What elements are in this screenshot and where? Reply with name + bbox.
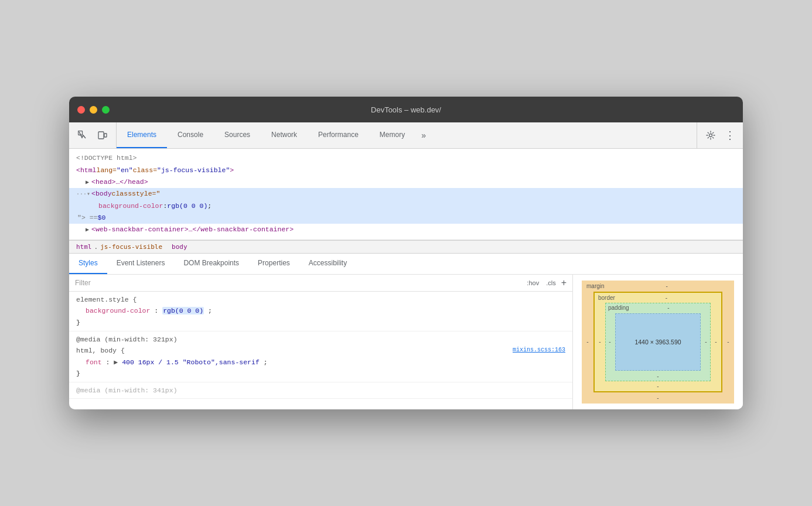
media-rule: @media (min-width: 321px) html, body { m… [69, 331, 572, 382]
svg-rect-2 [104, 134, 107, 137]
filter-buttons: :hov .cls + [525, 278, 567, 288]
toolbar-icons [69, 122, 117, 148]
tab-properties[interactable]: Properties [248, 254, 299, 274]
element-style-close: } [76, 317, 565, 329]
media-rule-close: } [76, 368, 565, 380]
svg-point-3 [709, 134, 712, 137]
border-bottom-row: - [595, 381, 721, 391]
dom-line-html: <html lang= "en" class= "js-focus-visibl… [69, 165, 743, 176]
maximize-button[interactable] [102, 106, 110, 114]
margin-bottom: - [657, 395, 659, 401]
margin-label: margin [586, 283, 605, 289]
content-size: 1440 × 3963.590 [634, 339, 681, 346]
dom-line-body-close: "> == $0 [69, 212, 743, 224]
dom-line-body-style: background-color : rgb(0 0 0) ; [69, 200, 743, 212]
title-bar: DevTools – web.dev/ [69, 97, 743, 122]
element-style-rule: element.style { background-color : rgb(0… [69, 292, 572, 331]
more-tabs-button[interactable]: » [415, 122, 432, 148]
padding-top-dash: - [667, 305, 669, 311]
padding-right: - [702, 312, 710, 372]
html-body-selector-line: html, body { mixins.scss:163 [76, 345, 565, 357]
main-tabs: Elements Console Sources Network Perform… [117, 122, 697, 148]
padding-middle: - 1440 × 3963.590 - [606, 312, 710, 372]
dom-line-snackbar: ▶ <web-snackbar-container>…</web-snackba… [69, 224, 743, 235]
content-box: 1440 × 3963.590 [615, 313, 701, 371]
border-label: border [598, 295, 615, 301]
tab-elements[interactable]: Elements [117, 122, 167, 148]
padding-left: - [606, 312, 614, 372]
margin-middle: - border - - [582, 292, 734, 392]
tab-bar-right-icons: ⋮ [697, 122, 743, 148]
tab-performance[interactable]: Performance [308, 122, 369, 148]
css-property-background-color: background-color : rgb(0 0 0) ; [86, 305, 565, 317]
styles-area: :hov .cls + element.style { background-c… [69, 275, 743, 409]
margin-left: - [582, 292, 593, 392]
filter-bar: :hov .cls + [69, 275, 572, 292]
add-style-rule-button[interactable]: + [561, 278, 567, 288]
dom-panel: <!DOCTYPE html> <html lang= "en" class= … [69, 149, 743, 240]
border-box: border - - padding [593, 292, 722, 392]
devtools-body: Elements Console Sources Network Perform… [69, 122, 743, 409]
tab-accessibility[interactable]: Accessibility [299, 254, 356, 274]
close-button[interactable] [77, 106, 85, 114]
box-model-panel: margin - - border - [573, 275, 743, 409]
styles-panel: :hov .cls + element.style { background-c… [69, 275, 573, 409]
dom-line-doctype: <!DOCTYPE html> [69, 152, 743, 164]
device-toolbar-icon[interactable] [95, 128, 110, 143]
tab-event-listeners[interactable]: Event Listeners [107, 254, 175, 274]
tab-sources[interactable]: Sources [214, 122, 261, 148]
margin-top-dash: - [666, 283, 668, 289]
dom-line-head: ▶ <head>…</head> [69, 176, 743, 188]
margin-top-row: margin - [582, 281, 734, 292]
tab-console[interactable]: Console [167, 122, 214, 148]
lower-tab-bar: Styles Event Listeners DOM Breakpoints P… [69, 254, 743, 275]
border-top-dash: - [666, 295, 667, 301]
filter-input[interactable] [75, 279, 520, 287]
tab-dom-breakpoints[interactable]: DOM Breakpoints [174, 254, 248, 274]
css-rules: element.style { background-color : rgb(0… [69, 292, 572, 399]
cls-button[interactable]: .cls [544, 279, 558, 287]
minimize-button[interactable] [90, 106, 97, 114]
inspect-icon[interactable] [75, 128, 90, 143]
margin-bottom-row: - [582, 392, 734, 404]
media-query: @media (min-width: 321px) [76, 334, 565, 346]
breadcrumb-html[interactable]: html [76, 243, 92, 251]
traffic-lights [77, 106, 110, 114]
devtools-window: DevTools – web.dev/ [69, 97, 743, 409]
dom-line-body[interactable]: ···▾ <body class style=" [69, 188, 743, 200]
window-title: DevTools – web.dev/ [371, 105, 441, 114]
svg-rect-1 [98, 132, 104, 139]
border-right: - [711, 303, 721, 381]
breadcrumb-body[interactable]: body [172, 243, 187, 251]
margin-right: - [722, 292, 734, 392]
padding-label: padding [608, 305, 629, 311]
settings-icon[interactable] [703, 128, 718, 143]
margin-box: margin - - border - [582, 281, 734, 404]
next-media-rule-hint: @media (min-width: 341px) [69, 382, 572, 399]
top-tab-bar: Elements Console Sources Network Perform… [69, 122, 743, 149]
border-left: - [595, 303, 605, 381]
css-property-font: font : ▶ 400 16px / 1.5 "Roboto",sans-se… [86, 357, 565, 368]
more-options-icon[interactable]: ⋮ [722, 128, 737, 143]
padding-bottom: - [657, 373, 659, 380]
tab-memory[interactable]: Memory [369, 122, 415, 148]
padding-bottom-row: - [606, 372, 710, 381]
breadcrumb-class[interactable]: js-focus-visible [100, 243, 162, 251]
border-bottom: - [657, 383, 659, 389]
css-source-link[interactable]: mixins.scss:163 [513, 345, 565, 355]
tab-styles[interactable]: Styles [69, 254, 107, 274]
element-style-selector: element.style { [76, 294, 565, 306]
border-top-row: border - [595, 293, 721, 303]
tab-network[interactable]: Network [261, 122, 308, 148]
border-middle: - padding - [595, 303, 721, 381]
hov-button[interactable]: :hov [525, 279, 541, 287]
padding-top-row: padding - [606, 303, 710, 312]
padding-box: padding - - 1440 × 39 [605, 303, 711, 381]
box-model: margin - - border - [582, 281, 734, 404]
breadcrumb-bar: html . js-focus-visible body [69, 240, 743, 254]
